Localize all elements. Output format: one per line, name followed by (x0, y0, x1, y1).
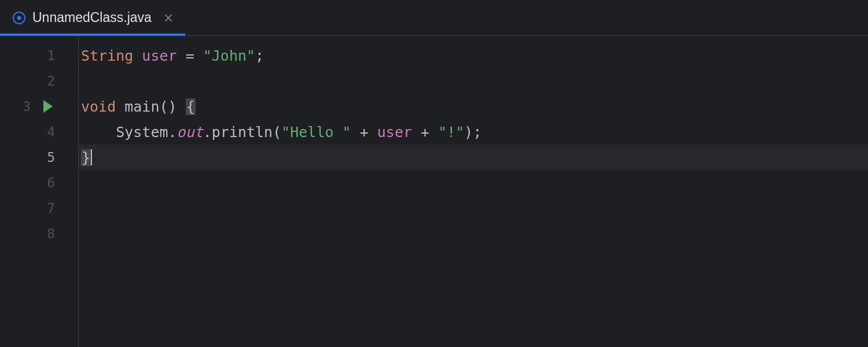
code-line[interactable] (79, 195, 868, 221)
editor-tab[interactable]: UnnamedClass.java (0, 0, 185, 35)
code-line[interactable]: } (79, 145, 868, 170)
java-class-icon (13, 12, 25, 24)
code-line[interactable]: System.out.println("Hello " + user + "!"… (79, 119, 868, 145)
line-number[interactable]: 4 (0, 119, 78, 145)
code-line[interactable] (79, 68, 868, 94)
brace-highlight: } (81, 149, 91, 166)
code-line[interactable]: String user = "John"; (79, 43, 868, 68)
gutter: 1 2 3 4 5 6 7 8 (0, 36, 79, 347)
line-number[interactable]: 8 (0, 221, 78, 246)
close-icon[interactable] (163, 13, 174, 23)
tab-bar: UnnamedClass.java (0, 0, 868, 36)
line-number[interactable]: 3 (0, 94, 78, 119)
tab-filename: UnnamedClass.java (32, 10, 152, 25)
run-icon[interactable] (43, 100, 53, 113)
code-line[interactable] (79, 170, 868, 195)
editor: 1 2 3 4 5 6 7 8 String user = "John"; vo… (0, 36, 868, 347)
text-cursor (91, 149, 92, 165)
line-number[interactable]: 7 (0, 195, 78, 221)
code-line[interactable]: void main() { (79, 94, 868, 119)
line-number[interactable]: 2 (0, 68, 78, 94)
code-line[interactable] (79, 221, 868, 246)
line-number[interactable]: 5 (0, 145, 78, 170)
line-number[interactable]: 6 (0, 170, 78, 195)
code-area[interactable]: String user = "John"; void main() { Syst… (79, 36, 868, 347)
brace-highlight: { (186, 98, 196, 115)
line-number[interactable]: 1 (0, 43, 78, 68)
